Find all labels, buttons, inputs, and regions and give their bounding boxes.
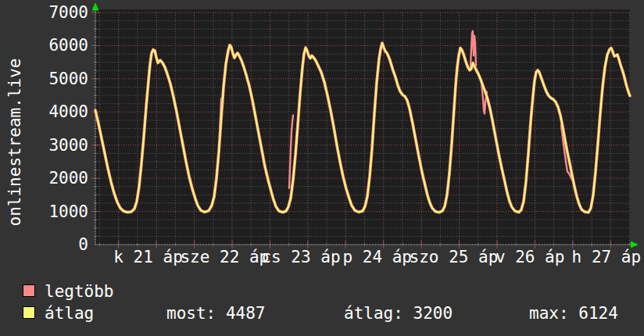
y-axis-tick-label: 7000: [0, 4, 88, 21]
stat-most-value: 4487: [226, 304, 266, 323]
rrd-graph: onlinestream.live 0100020003000400050006…: [0, 0, 644, 336]
legend-label-avg: átlag: [45, 305, 94, 322]
y-axis-tick-label: 5000: [0, 70, 88, 88]
stat-atlag-value: 3200: [413, 304, 453, 323]
legend-swatch-max: [23, 284, 35, 297]
y-axis-tick-label: 1000: [0, 203, 88, 220]
stat-most: most: 4487: [166, 305, 265, 322]
x-axis-day-label: cs 23 áp: [261, 248, 340, 266]
chart-canvas: [0, 0, 644, 280]
x-axis-day-label: sze 22 áp: [180, 248, 269, 266]
x-axis-day-label: k 21 áp: [113, 248, 183, 266]
y-axis-arrow-icon: [92, 2, 99, 11]
y-axis-tick-label: 6000: [0, 37, 88, 54]
stat-atlag-label: átlag:: [344, 304, 403, 323]
stat-atlag: átlag: 3200: [344, 305, 453, 322]
x-axis-day-label: v 26 áp: [496, 248, 565, 266]
x-axis-day-label: szo 25 áp: [410, 248, 499, 266]
y-axis-tick-label: 0: [0, 236, 88, 253]
x-axis-day-label: h 27 áp: [572, 248, 642, 266]
stat-max-label: max:: [529, 304, 569, 323]
stat-max-value: 6124: [578, 304, 618, 323]
legend-label-max: legtöbb: [45, 283, 114, 300]
stat-max: max: 6124: [529, 305, 618, 322]
x-axis-day-label: p 24 áp: [342, 248, 412, 266]
legend-swatch-avg: [23, 306, 35, 319]
stat-most-label: most:: [166, 304, 216, 323]
y-axis-tick-label: 4000: [0, 103, 88, 120]
y-axis-tick-label: 3000: [0, 137, 88, 154]
y-axis-tick-label: 2000: [0, 170, 88, 187]
